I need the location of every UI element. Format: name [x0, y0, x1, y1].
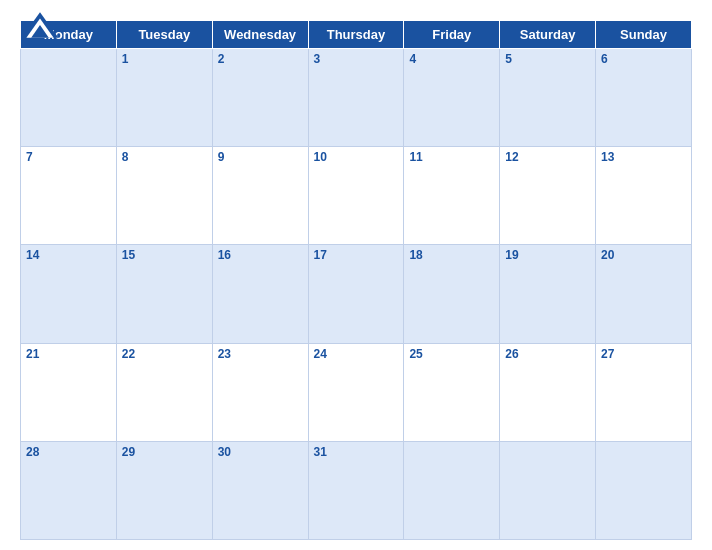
day-header-wednesday: Wednesday — [212, 21, 308, 49]
calendar-body: 1234567891011121314151617181920212223242… — [21, 49, 692, 540]
calendar-cell: 19 — [500, 245, 596, 343]
calendar-week-2: 78910111213 — [21, 147, 692, 245]
calendar-cell: 14 — [21, 245, 117, 343]
calendar-week-3: 14151617181920 — [21, 245, 692, 343]
calendar-cell: 2 — [212, 49, 308, 147]
calendar-cell: 21 — [21, 343, 117, 441]
calendar-cell: 11 — [404, 147, 500, 245]
calendar-cell: 29 — [116, 441, 212, 539]
calendar-cell: 10 — [308, 147, 404, 245]
calendar-cell: 25 — [404, 343, 500, 441]
calendar-cell: 8 — [116, 147, 212, 245]
calendar-cell: 28 — [21, 441, 117, 539]
day-header-saturday: Saturday — [500, 21, 596, 49]
calendar-cell: 13 — [596, 147, 692, 245]
calendar-cell: 12 — [500, 147, 596, 245]
calendar-header — [20, 10, 692, 14]
calendar-header-row: MondayTuesdayWednesdayThursdayFridaySatu… — [21, 21, 692, 49]
calendar-cell: 6 — [596, 49, 692, 147]
calendar-week-4: 21222324252627 — [21, 343, 692, 441]
calendar-cell — [404, 441, 500, 539]
calendar-cell: 4 — [404, 49, 500, 147]
calendar-week-1: 123456 — [21, 49, 692, 147]
day-header-sunday: Sunday — [596, 21, 692, 49]
calendar-cell — [21, 49, 117, 147]
calendar-cell: 18 — [404, 245, 500, 343]
calendar-cell: 7 — [21, 147, 117, 245]
calendar-cell: 17 — [308, 245, 404, 343]
calendar-cell — [500, 441, 596, 539]
day-header-tuesday: Tuesday — [116, 21, 212, 49]
calendar-cell: 30 — [212, 441, 308, 539]
calendar-cell: 20 — [596, 245, 692, 343]
logo — [20, 10, 60, 40]
calendar-cell: 9 — [212, 147, 308, 245]
calendar-cell: 27 — [596, 343, 692, 441]
calendar-week-5: 28293031 — [21, 441, 692, 539]
calendar-cell: 5 — [500, 49, 596, 147]
calendar-cell — [596, 441, 692, 539]
calendar-cell: 3 — [308, 49, 404, 147]
calendar-cell: 22 — [116, 343, 212, 441]
calendar-cell: 23 — [212, 343, 308, 441]
day-header-thursday: Thursday — [308, 21, 404, 49]
calendar-cell: 31 — [308, 441, 404, 539]
calendar-table: MondayTuesdayWednesdayThursdayFridaySatu… — [20, 20, 692, 540]
calendar-cell: 1 — [116, 49, 212, 147]
calendar-cell: 16 — [212, 245, 308, 343]
day-header-friday: Friday — [404, 21, 500, 49]
calendar-cell: 24 — [308, 343, 404, 441]
calendar-cell: 15 — [116, 245, 212, 343]
calendar-cell: 26 — [500, 343, 596, 441]
